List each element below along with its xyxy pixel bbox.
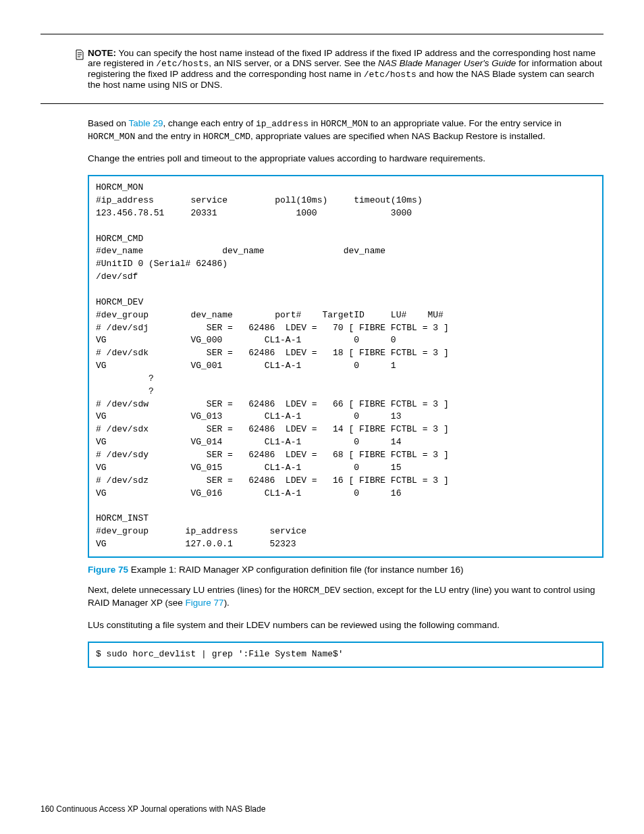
note-label: NOTE:: [88, 48, 116, 58]
note-etc-2: /etc/hosts: [364, 70, 417, 80]
mid-rule: [41, 103, 603, 104]
p3-t3: ).: [224, 598, 230, 608]
note-text-2: , an NIS server, or a DNS server. See th…: [209, 58, 378, 68]
figure-caption: Figure 75 Example 1: RAID Manager XP con…: [88, 565, 603, 575]
footer-title: Continuous Access XP Journal operations …: [54, 804, 265, 814]
note-etc-1: /etc/hosts: [156, 59, 209, 69]
paragraph-2: Change the entries poll and timeout to t…: [41, 153, 603, 165]
paragraph-1: Based on Table 29, change each entry of …: [41, 118, 603, 143]
code-block-2: $ sudo horc_devlist | grep ':File System…: [88, 642, 603, 668]
p1-m1: ip_address: [256, 119, 308, 129]
p1-t2: , change each entry of: [163, 118, 256, 128]
p1-t5: and the entry in: [135, 131, 203, 141]
top-rule: [41, 34, 603, 34]
paragraph-3: Next, delete unnecessary LU entries (lin…: [41, 584, 603, 610]
page-number: 160: [41, 804, 54, 814]
p3-m1: HORCM_DEV: [293, 585, 340, 596]
p1-t1: Based on: [88, 118, 129, 128]
code-block-1: HORCM_MON #ip_address service poll(10ms)…: [88, 175, 603, 557]
p1-m2: HORCM_MON: [321, 119, 368, 129]
note-guide: NAS Blade Manager User's Guide: [378, 58, 516, 68]
table-29-link[interactable]: Table 29: [129, 118, 163, 128]
page-footer: 160 Continuous Access XP Journal operati…: [41, 804, 265, 814]
note-paragraph: NOTE: You can specify the host name inst…: [41, 48, 603, 90]
p1-t3: in: [308, 118, 321, 128]
figure-label: Figure 75: [88, 565, 128, 575]
p1-t6: , appropriate values are specified when …: [250, 131, 545, 141]
figure-77-link[interactable]: Figure 77: [186, 598, 224, 608]
paragraph-4: LUs constituting a file system and their…: [41, 619, 603, 632]
p1-m3: HORCM_MON: [88, 132, 135, 142]
p1-m4: HORCM_CMD: [203, 132, 250, 142]
p3-t1: Next, delete unnecessary LU entries (lin…: [88, 585, 293, 595]
p1-t4: to an appropriate value. For the entry s…: [368, 118, 562, 128]
note-icon: [74, 49, 85, 62]
figure-caption-text: Example 1: RAID Manager XP configuration…: [128, 565, 464, 575]
